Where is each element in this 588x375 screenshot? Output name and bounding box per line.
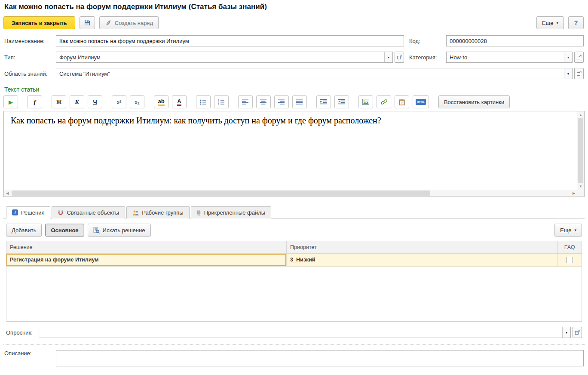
header-faq[interactable]: FAQ bbox=[557, 241, 582, 253]
image-icon bbox=[362, 99, 369, 105]
knowledge-area-combo[interactable]: Система "Итилиум" ▾ bbox=[56, 68, 573, 79]
name-input[interactable] bbox=[56, 35, 404, 46]
add-button[interactable]: Добавить bbox=[6, 224, 42, 237]
tab-attached-files[interactable]: Прикрепленные файлы bbox=[191, 206, 272, 218]
create-order-label: Создать наряд bbox=[115, 20, 153, 26]
category-combo[interactable]: How-to ▾ bbox=[446, 52, 573, 63]
more-button[interactable]: Еще ▾ bbox=[536, 16, 564, 29]
search-solution-button[interactable]: Искать решение bbox=[88, 224, 151, 237]
faq-cell[interactable] bbox=[557, 253, 582, 266]
scroll-down-icon[interactable]: ▼ bbox=[577, 183, 584, 190]
italic-button[interactable]: К bbox=[70, 95, 84, 108]
priority-cell[interactable]: 3_Низкий bbox=[287, 253, 557, 266]
preview-button[interactable]: ▶ bbox=[3, 95, 18, 108]
questionnaire-open-button[interactable] bbox=[573, 327, 582, 338]
more-label: Еще bbox=[542, 20, 553, 26]
solutions-toolbar: Добавить Основное Искать решение Еще ▾ bbox=[6, 224, 582, 237]
create-order-button[interactable]: Создать наряд bbox=[99, 16, 159, 29]
editor-toolbar: ▶ f Ж К Ч x² x₂ ab А 123 bbox=[3, 95, 584, 108]
vertical-scroll-thumb[interactable] bbox=[578, 118, 583, 183]
bullet-list-button[interactable] bbox=[196, 95, 211, 108]
code-input[interactable] bbox=[446, 35, 584, 46]
insert-image-button[interactable] bbox=[358, 95, 373, 108]
chevron-down-icon: ▾ bbox=[574, 228, 576, 232]
info-icon: i bbox=[12, 209, 18, 215]
superscript-button[interactable]: x² bbox=[112, 95, 126, 108]
type-combo[interactable]: Форум Итилиум ▾ bbox=[56, 52, 393, 63]
restore-images-button[interactable]: Восстановить картинки bbox=[438, 95, 510, 108]
scroll-left-icon[interactable]: ◀ bbox=[4, 190, 11, 197]
category-field-label: Категория: bbox=[409, 54, 446, 61]
html-icon: HTML bbox=[416, 99, 426, 105]
header-solution[interactable]: Решение bbox=[6, 241, 287, 253]
open-icon bbox=[397, 55, 402, 60]
solution-cell[interactable]: Регистрация на форуме Итилиум bbox=[6, 253, 287, 266]
table-header-row: Решение Приоритет FAQ bbox=[6, 241, 582, 253]
search-document-icon bbox=[93, 227, 100, 234]
header-priority[interactable]: Приоритет bbox=[287, 241, 557, 253]
help-icon: ? bbox=[574, 19, 578, 26]
faq-checkbox[interactable] bbox=[567, 257, 573, 263]
formula-button[interactable]: f bbox=[28, 95, 42, 108]
floppy-icon bbox=[84, 19, 91, 26]
main-button[interactable]: Основное bbox=[45, 224, 84, 237]
align-justify-icon bbox=[296, 99, 303, 105]
paste-button[interactable] bbox=[395, 95, 409, 108]
align-right-button[interactable] bbox=[274, 95, 289, 108]
search-solution-label: Искать решение bbox=[103, 227, 145, 234]
description-input[interactable] bbox=[56, 350, 584, 366]
category-dropdown-arrow-icon[interactable]: ▾ bbox=[564, 52, 572, 62]
indent-decrease-icon bbox=[338, 99, 345, 105]
open-icon bbox=[576, 55, 582, 60]
numbered-list-button[interactable]: 123 bbox=[214, 95, 229, 108]
help-button[interactable]: ? bbox=[568, 16, 584, 29]
bold-button[interactable]: Ж bbox=[52, 95, 66, 108]
indent-decrease-button[interactable] bbox=[334, 95, 349, 108]
tab-related-objects[interactable]: Связанные объекты bbox=[52, 206, 125, 218]
tab-work-groups-label: Рабочие группы bbox=[142, 209, 183, 216]
article-body-editor[interactable]: Как попасть на форум поддержки Итилиум: … bbox=[3, 111, 585, 197]
align-left-button[interactable] bbox=[238, 95, 253, 108]
knowledge-area-open-button[interactable] bbox=[574, 68, 584, 79]
subscript-button[interactable]: x₂ bbox=[130, 95, 144, 108]
align-left-icon bbox=[242, 99, 249, 105]
tab-solutions-label: Решения bbox=[21, 209, 44, 216]
solutions-more-button[interactable]: Еще ▾ bbox=[554, 224, 582, 237]
align-center-button[interactable] bbox=[256, 95, 271, 108]
highlight-button[interactable]: ab bbox=[154, 95, 168, 108]
tab-solutions[interactable]: i Решения bbox=[6, 206, 50, 218]
table-row[interactable]: Регистрация на форуме Итилиум 3_Низкий bbox=[6, 253, 582, 266]
questionnaire-dropdown-arrow-icon[interactable]: ▾ bbox=[562, 327, 570, 338]
html-mode-button[interactable]: HTML bbox=[413, 95, 429, 108]
knowledge-area-dropdown-arrow-icon[interactable]: ▾ bbox=[564, 68, 572, 79]
align-justify-button[interactable] bbox=[292, 95, 307, 108]
insert-link-button[interactable] bbox=[377, 95, 391, 108]
type-open-button[interactable] bbox=[395, 52, 404, 63]
knowledge-article-window: Как можно попасть на форум поддержки Ити… bbox=[0, 0, 588, 375]
scroll-right-icon[interactable]: ▶ bbox=[570, 190, 577, 197]
solutions-table: Решение Приоритет FAQ Регистрация на фор… bbox=[6, 241, 582, 267]
section-separator bbox=[3, 344, 585, 344]
solutions-table-container: Решение Приоритет FAQ Регистрация на фор… bbox=[6, 241, 582, 322]
description-label: Описание: bbox=[4, 350, 56, 357]
indent-increase-button[interactable] bbox=[316, 95, 331, 108]
type-dropdown-arrow-icon[interactable]: ▾ bbox=[384, 52, 392, 62]
scroll-up-icon[interactable]: ▲ bbox=[577, 111, 584, 118]
horizontal-scrollbar[interactable]: ◀ ▶ bbox=[4, 190, 577, 197]
align-center-icon bbox=[260, 99, 267, 105]
name-row: Наименование: Код: bbox=[4, 35, 584, 46]
category-open-button[interactable] bbox=[574, 52, 584, 63]
description-row: Описание: bbox=[4, 350, 584, 366]
name-field-label: Наименование: bbox=[4, 38, 56, 44]
font-color-button[interactable]: А bbox=[172, 95, 187, 108]
save-and-close-button[interactable]: Записать и закрыть bbox=[3, 16, 75, 29]
horizontal-scroll-thumb[interactable] bbox=[12, 191, 430, 196]
vertical-scrollbar[interactable]: ▲ ▼ bbox=[577, 111, 584, 190]
tab-attached-files-label: Прикрепленные файлы bbox=[204, 209, 266, 216]
underline-button[interactable]: Ч bbox=[88, 95, 102, 108]
tab-work-groups[interactable]: Рабочие группы bbox=[126, 206, 189, 218]
questionnaire-combo[interactable]: ▾ bbox=[39, 327, 571, 338]
article-body-text[interactable]: Как попасть на форум поддержки Итилиум: … bbox=[4, 111, 584, 130]
save-button[interactable] bbox=[80, 16, 95, 29]
chevron-down-icon: ▾ bbox=[556, 21, 558, 25]
